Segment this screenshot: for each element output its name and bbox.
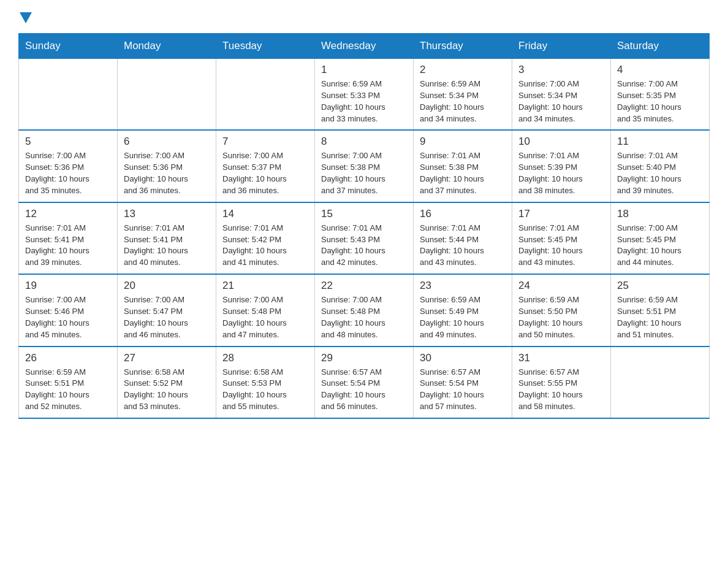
- day-info: Sunrise: 6:57 AM Sunset: 5:54 PM Dayligh…: [420, 367, 506, 413]
- calendar-week-row: 19Sunrise: 7:00 AM Sunset: 5:46 PM Dayli…: [19, 274, 710, 346]
- calendar-cell: 29Sunrise: 6:57 AM Sunset: 5:54 PM Dayli…: [315, 347, 414, 418]
- day-info: Sunrise: 6:57 AM Sunset: 5:55 PM Dayligh…: [518, 367, 604, 413]
- day-info: Sunrise: 7:00 AM Sunset: 5:35 PM Dayligh…: [617, 79, 703, 124]
- day-info: Sunrise: 7:00 AM Sunset: 5:36 PM Dayligh…: [124, 150, 210, 196]
- page-header: [18, 12, 710, 23]
- day-info: Sunrise: 7:00 AM Sunset: 5:34 PM Dayligh…: [518, 79, 604, 124]
- column-header-tuesday: Tuesday: [216, 34, 315, 59]
- calendar-cell: 30Sunrise: 6:57 AM Sunset: 5:54 PM Dayli…: [414, 347, 512, 418]
- day-number: 14: [222, 208, 308, 220]
- calendar-cell: 8Sunrise: 7:00 AM Sunset: 5:38 PM Daylig…: [315, 130, 414, 202]
- calendar-table: SundayMondayTuesdayWednesdayThursdayFrid…: [18, 33, 710, 419]
- day-info: Sunrise: 7:01 AM Sunset: 5:38 PM Dayligh…: [420, 150, 506, 196]
- day-info: Sunrise: 7:01 AM Sunset: 5:44 PM Dayligh…: [420, 223, 506, 269]
- calendar-cell: 3Sunrise: 7:00 AM Sunset: 5:34 PM Daylig…: [512, 59, 611, 131]
- day-number: 20: [124, 280, 210, 292]
- day-info: Sunrise: 7:00 AM Sunset: 5:47 PM Dayligh…: [124, 294, 210, 340]
- day-number: 6: [124, 136, 210, 148]
- day-info: Sunrise: 7:01 AM Sunset: 5:43 PM Dayligh…: [321, 223, 407, 269]
- day-info: Sunrise: 6:59 AM Sunset: 5:51 PM Dayligh…: [617, 294, 703, 340]
- day-info: Sunrise: 6:59 AM Sunset: 5:50 PM Dayligh…: [518, 294, 604, 340]
- day-info: Sunrise: 7:01 AM Sunset: 5:40 PM Dayligh…: [617, 150, 703, 196]
- calendar-cell: 12Sunrise: 7:01 AM Sunset: 5:41 PM Dayli…: [19, 202, 118, 274]
- calendar-cell: 17Sunrise: 7:01 AM Sunset: 5:45 PM Dayli…: [512, 202, 611, 274]
- calendar-cell: 23Sunrise: 6:59 AM Sunset: 5:49 PM Dayli…: [414, 274, 512, 346]
- calendar-cell: 28Sunrise: 6:58 AM Sunset: 5:53 PM Dayli…: [216, 347, 315, 418]
- day-number: 8: [321, 136, 407, 148]
- day-info: Sunrise: 7:01 AM Sunset: 5:39 PM Dayligh…: [518, 150, 604, 196]
- day-number: 3: [518, 64, 604, 76]
- day-number: 10: [518, 136, 604, 148]
- day-number: 24: [518, 280, 604, 292]
- calendar-week-row: 5Sunrise: 7:00 AM Sunset: 5:36 PM Daylig…: [19, 130, 710, 202]
- calendar-cell: [216, 59, 315, 131]
- calendar-week-row: 12Sunrise: 7:01 AM Sunset: 5:41 PM Dayli…: [19, 202, 710, 274]
- calendar-cell: 18Sunrise: 7:00 AM Sunset: 5:45 PM Dayli…: [611, 202, 710, 274]
- day-info: Sunrise: 7:01 AM Sunset: 5:42 PM Dayligh…: [222, 223, 308, 269]
- day-number: 28: [222, 352, 308, 364]
- calendar-week-row: 26Sunrise: 6:59 AM Sunset: 5:51 PM Dayli…: [19, 347, 710, 418]
- calendar-cell: [611, 347, 710, 418]
- day-number: 12: [25, 208, 111, 220]
- column-header-wednesday: Wednesday: [315, 34, 414, 59]
- day-number: 29: [321, 352, 407, 364]
- day-info: Sunrise: 6:58 AM Sunset: 5:52 PM Dayligh…: [124, 367, 210, 413]
- day-info: Sunrise: 6:58 AM Sunset: 5:53 PM Dayligh…: [222, 367, 308, 413]
- day-info: Sunrise: 7:00 AM Sunset: 5:38 PM Dayligh…: [321, 150, 407, 196]
- day-info: Sunrise: 7:01 AM Sunset: 5:45 PM Dayligh…: [518, 223, 604, 269]
- calendar-cell: 10Sunrise: 7:01 AM Sunset: 5:39 PM Dayli…: [512, 130, 611, 202]
- day-number: 9: [420, 136, 506, 148]
- day-info: Sunrise: 7:00 AM Sunset: 5:37 PM Dayligh…: [222, 150, 308, 196]
- calendar-cell: 26Sunrise: 6:59 AM Sunset: 5:51 PM Dayli…: [19, 347, 118, 418]
- day-number: 4: [617, 64, 703, 76]
- day-number: 11: [617, 136, 703, 148]
- calendar-cell: 9Sunrise: 7:01 AM Sunset: 5:38 PM Daylig…: [414, 130, 512, 202]
- day-info: Sunrise: 6:59 AM Sunset: 5:49 PM Dayligh…: [420, 294, 506, 340]
- column-header-thursday: Thursday: [414, 34, 512, 59]
- day-info: Sunrise: 6:57 AM Sunset: 5:54 PM Dayligh…: [321, 367, 407, 413]
- day-number: 25: [617, 280, 703, 292]
- day-info: Sunrise: 6:59 AM Sunset: 5:33 PM Dayligh…: [321, 79, 407, 124]
- day-info: Sunrise: 7:00 AM Sunset: 5:48 PM Dayligh…: [321, 294, 407, 340]
- day-number: 1: [321, 64, 407, 76]
- day-number: 26: [25, 352, 111, 364]
- calendar-week-row: 1Sunrise: 6:59 AM Sunset: 5:33 PM Daylig…: [19, 59, 710, 131]
- calendar-header-row: SundayMondayTuesdayWednesdayThursdayFrid…: [19, 34, 710, 59]
- day-info: Sunrise: 7:01 AM Sunset: 5:41 PM Dayligh…: [25, 223, 111, 269]
- day-info: Sunrise: 7:00 AM Sunset: 5:45 PM Dayligh…: [617, 223, 703, 269]
- day-number: 27: [124, 352, 210, 364]
- logo-triangle-icon: [20, 12, 32, 23]
- day-number: 23: [420, 280, 506, 292]
- calendar-cell: 19Sunrise: 7:00 AM Sunset: 5:46 PM Dayli…: [19, 274, 118, 346]
- calendar-cell: 21Sunrise: 7:00 AM Sunset: 5:48 PM Dayli…: [216, 274, 315, 346]
- day-info: Sunrise: 7:00 AM Sunset: 5:48 PM Dayligh…: [222, 294, 308, 340]
- calendar-cell: 15Sunrise: 7:01 AM Sunset: 5:43 PM Dayli…: [315, 202, 414, 274]
- day-number: 5: [25, 136, 111, 148]
- day-number: 21: [222, 280, 308, 292]
- calendar-cell: 2Sunrise: 6:59 AM Sunset: 5:34 PM Daylig…: [414, 59, 512, 131]
- column-header-monday: Monday: [118, 34, 216, 59]
- calendar-cell: [19, 59, 118, 131]
- day-number: 17: [518, 208, 604, 220]
- day-info: Sunrise: 7:01 AM Sunset: 5:41 PM Dayligh…: [124, 223, 210, 269]
- day-number: 13: [124, 208, 210, 220]
- calendar-cell: 4Sunrise: 7:00 AM Sunset: 5:35 PM Daylig…: [611, 59, 710, 131]
- calendar-cell: 7Sunrise: 7:00 AM Sunset: 5:37 PM Daylig…: [216, 130, 315, 202]
- day-number: 31: [518, 352, 604, 364]
- day-number: 16: [420, 208, 506, 220]
- logo: [18, 12, 32, 23]
- day-number: 15: [321, 208, 407, 220]
- calendar-cell: 14Sunrise: 7:01 AM Sunset: 5:42 PM Dayli…: [216, 202, 315, 274]
- calendar-cell: 16Sunrise: 7:01 AM Sunset: 5:44 PM Dayli…: [414, 202, 512, 274]
- calendar-cell: 5Sunrise: 7:00 AM Sunset: 5:36 PM Daylig…: [19, 130, 118, 202]
- calendar-cell: 11Sunrise: 7:01 AM Sunset: 5:40 PM Dayli…: [611, 130, 710, 202]
- calendar-cell: 24Sunrise: 6:59 AM Sunset: 5:50 PM Dayli…: [512, 274, 611, 346]
- column-header-saturday: Saturday: [611, 34, 710, 59]
- day-number: 7: [222, 136, 308, 148]
- calendar-cell: 6Sunrise: 7:00 AM Sunset: 5:36 PM Daylig…: [118, 130, 216, 202]
- calendar-cell: 20Sunrise: 7:00 AM Sunset: 5:47 PM Dayli…: [118, 274, 216, 346]
- day-number: 19: [25, 280, 111, 292]
- day-number: 30: [420, 352, 506, 364]
- day-number: 18: [617, 208, 703, 220]
- calendar-cell: 22Sunrise: 7:00 AM Sunset: 5:48 PM Dayli…: [315, 274, 414, 346]
